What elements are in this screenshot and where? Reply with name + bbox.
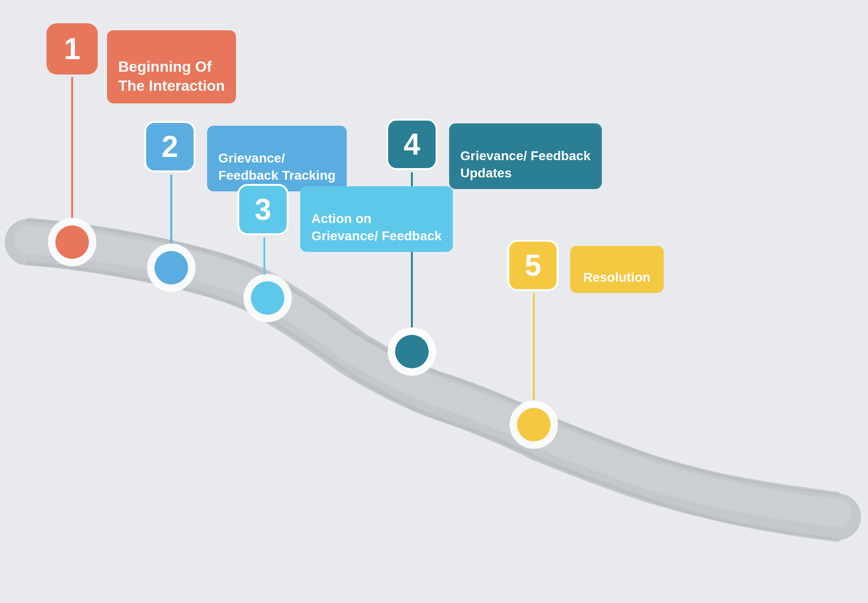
svg-point-4: [243, 274, 292, 322]
step-2-label-text: Grievance/ Feedback Tracking: [218, 151, 336, 182]
step-5-label-text: Resolution: [583, 270, 651, 285]
step-5-badge: 5: [507, 240, 558, 291]
step-2-badge: 2: [144, 121, 195, 172]
step-1-number: 1: [64, 32, 81, 66]
svg-point-1: [55, 225, 89, 259]
svg-point-9: [517, 408, 551, 441]
svg-point-5: [251, 281, 284, 315]
step-4-label: Grievance/ Feedback Updates: [449, 123, 602, 189]
step-1-label-text: Beginning Of The Interaction: [118, 58, 225, 95]
step-1-badge: 1: [47, 23, 98, 75]
step-5-label: Resolution: [570, 246, 664, 293]
step-3-label-text: Action on Grievance/ Feedback: [311, 211, 442, 243]
svg-point-2: [147, 244, 195, 292]
step-3-label: Action on Grievance/ Feedback: [300, 186, 453, 252]
step-2-number: 2: [161, 129, 178, 164]
step-4-badge: 4: [386, 119, 437, 170]
step-3-number: 3: [255, 192, 271, 227]
step-5-number: 5: [525, 248, 541, 283]
step-1-label: Beginning Of The Interaction: [107, 30, 236, 103]
main-canvas: 1 Beginning Of The Interaction 2 Grievan…: [0, 0, 868, 603]
step-3-badge: 3: [237, 184, 289, 235]
step-4-label-text: Grievance/ Feedback Updates: [460, 149, 591, 180]
step-2-label: Grievance/ Feedback Tracking: [207, 126, 347, 191]
svg-point-0: [48, 218, 96, 266]
step-4-number: 4: [404, 127, 420, 162]
svg-point-8: [510, 400, 558, 449]
svg-point-7: [395, 335, 429, 368]
svg-point-3: [155, 251, 188, 285]
svg-point-6: [388, 327, 436, 376]
